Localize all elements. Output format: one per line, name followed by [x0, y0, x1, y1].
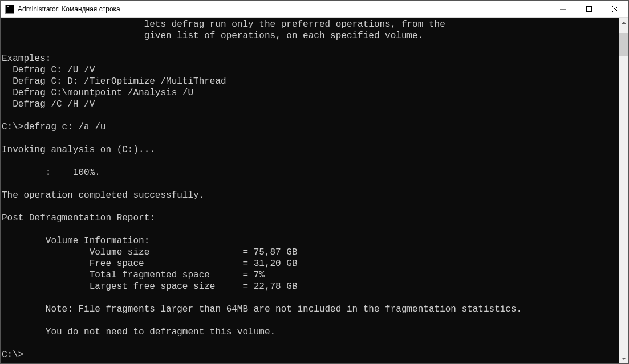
scroll-track[interactable] [619, 27, 628, 354]
window-controls [550, 1, 628, 17]
scroll-down-button[interactable] [619, 354, 628, 363]
chevron-up-icon [622, 22, 626, 24]
close-icon [612, 6, 618, 12]
terminal-wrapper: lets defrag run only the preferred opera… [1, 18, 628, 363]
maximize-icon [586, 6, 592, 12]
close-button[interactable] [602, 1, 628, 17]
chevron-down-icon [622, 358, 626, 360]
scroll-up-button[interactable] [619, 18, 628, 27]
minimize-button[interactable] [550, 1, 576, 17]
window-titlebar: Administrator: Командная строка [1, 1, 628, 18]
svg-rect-1 [587, 6, 592, 11]
scroll-thumb[interactable] [619, 33, 628, 56]
minimize-icon [560, 6, 566, 12]
terminal-output[interactable]: lets defrag run only the preferred opera… [1, 18, 619, 363]
maximize-button[interactable] [576, 1, 602, 17]
window-title: Administrator: Командная строка [18, 5, 550, 13]
cmd-icon [5, 5, 14, 14]
vertical-scrollbar[interactable] [619, 18, 628, 363]
